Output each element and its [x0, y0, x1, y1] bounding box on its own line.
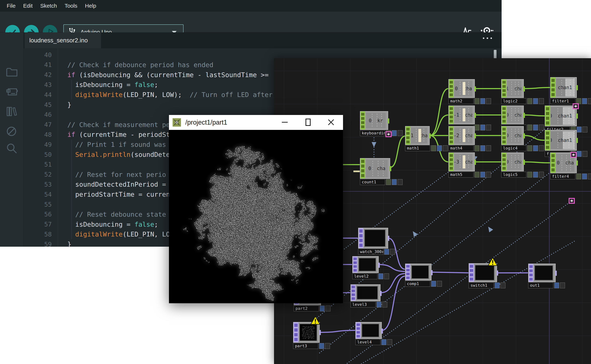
node-flag[interactable] [533, 98, 538, 104]
node-input-connectors[interactable] [551, 78, 556, 98]
warning-icon[interactable] [310, 316, 320, 326]
node-flag[interactable] [392, 179, 397, 185]
node-flag[interactable] [582, 98, 587, 104]
viewer-titlebar[interactable]: /project1/part1 [169, 115, 343, 130]
node-input-connectors[interactable] [502, 126, 506, 145]
node-part3[interactable]: part3 [293, 322, 320, 343]
node-input-connectors[interactable] [353, 256, 358, 273]
node-input-connectors[interactable] [502, 106, 506, 124]
node-label[interactable]: part2 [294, 306, 319, 312]
node-output-connector[interactable] [474, 160, 476, 165]
viewer-pin[interactable] [571, 152, 577, 158]
node-flag[interactable] [486, 125, 491, 130]
minimize-button[interactable] [278, 116, 291, 128]
node-flag[interactable] [527, 125, 532, 130]
node-flag[interactable] [533, 172, 538, 177]
node-output-connector[interactable] [431, 270, 433, 275]
node-output-connector[interactable] [319, 330, 321, 335]
sketchbook-folder-icon[interactable] [6, 67, 18, 77]
node-flag[interactable] [588, 174, 591, 179]
node-flag[interactable] [560, 282, 565, 288]
node-flag[interactable] [474, 125, 479, 130]
node-flag[interactable] [588, 98, 591, 104]
node-input-connectors[interactable] [360, 111, 365, 130]
node-label[interactable]: math1 [405, 145, 430, 151]
node-level3[interactable]: level3 [351, 284, 380, 301]
node-keyboardin1[interactable]: 0 krkeyboardin1 [360, 111, 388, 130]
node-level2[interactable]: level2 [352, 256, 379, 273]
node-input-connectors[interactable] [356, 322, 361, 338]
node-output-connector[interactable] [523, 113, 525, 118]
node-out1[interactable]: out1 [528, 264, 556, 282]
node-flag[interactable] [495, 282, 500, 288]
node-input-connectors[interactable] [449, 153, 454, 171]
menu-edit[interactable]: Edit [19, 0, 36, 12]
node-label[interactable]: part3 [293, 343, 318, 349]
node-flag[interactable] [577, 151, 582, 157]
node-input-connectors[interactable] [545, 106, 550, 126]
node-logic3[interactable]: 0 chalogic3 [501, 105, 524, 124]
node-label[interactable]: math4 [448, 145, 474, 151]
node-flag[interactable] [539, 98, 544, 104]
node-flag[interactable] [325, 343, 330, 349]
node-output-connector[interactable] [523, 133, 525, 138]
node-filter3[interactable]: 0 chan1filter3 [545, 130, 577, 151]
node-output-connector[interactable] [474, 133, 476, 138]
node-flag[interactable] [378, 273, 383, 279]
node-input-connectors[interactable] [449, 126, 454, 145]
node-output-connector[interactable] [390, 166, 391, 171]
node-filter1[interactable]: 1 chan1filter1➜ [550, 77, 577, 98]
node-flag[interactable] [480, 125, 485, 130]
node-filter2[interactable]: 0 chan1filter2 [545, 105, 577, 126]
node-label[interactable]: keyboardin1 [360, 130, 385, 136]
node-flag[interactable] [320, 306, 325, 312]
node-input-connectors[interactable] [293, 322, 299, 342]
node-flag[interactable] [486, 172, 491, 177]
node-output-connector[interactable] [381, 329, 383, 334]
node-math5[interactable]: -3 chamath5 [448, 152, 475, 171]
node-math1[interactable]: 1 chamath1 [405, 126, 430, 145]
debug-sidebar-icon[interactable] [6, 126, 17, 137]
node-label[interactable]: logic4 [501, 145, 526, 151]
node-flag[interactable] [582, 127, 587, 132]
node-input-connectors[interactable] [469, 264, 474, 282]
node-label[interactable]: logic2 [501, 98, 526, 104]
node-label[interactable]: filter4 [550, 174, 575, 179]
node-comp1[interactable]: comp1 [405, 264, 432, 280]
node-input-connectors[interactable] [449, 79, 454, 98]
node-flag[interactable] [480, 172, 485, 177]
node-flag[interactable] [437, 145, 442, 151]
node-flag[interactable] [437, 281, 442, 287]
node-flag[interactable] [384, 273, 389, 279]
node-label[interactable]: level2 [352, 273, 378, 279]
node-input-connectors[interactable] [351, 285, 356, 301]
viewer-pin[interactable] [573, 103, 579, 109]
tab-options-icon[interactable] [483, 38, 492, 39]
node-flag[interactable] [539, 172, 544, 177]
node-flag[interactable] [386, 179, 391, 185]
node-flag[interactable] [582, 151, 587, 157]
node-input-connectors[interactable] [551, 153, 556, 173]
node-flag[interactable] [431, 145, 436, 151]
node-label[interactable]: watch_300x300l [358, 249, 383, 255]
node-flag[interactable] [539, 145, 544, 151]
node-flag[interactable] [443, 145, 448, 151]
node-flag[interactable] [527, 145, 532, 151]
node-output-connector[interactable] [474, 86, 476, 91]
node-label[interactable]: math2 [448, 98, 474, 104]
close-button[interactable] [325, 116, 338, 128]
node-flag[interactable] [474, 172, 479, 177]
node-flag[interactable] [390, 249, 395, 255]
node-output-connector[interactable] [474, 113, 476, 118]
node-flag[interactable] [384, 249, 389, 255]
viewer-pin[interactable] [385, 131, 392, 137]
node-output-connector[interactable] [388, 236, 389, 241]
node-math2[interactable]: 0 chamath2 [448, 79, 475, 98]
node-output-connector[interactable] [378, 263, 380, 268]
node-input-connectors[interactable] [545, 130, 550, 150]
node-label[interactable]: comp1 [405, 281, 430, 287]
node-output-connector[interactable] [497, 271, 498, 276]
node-input-connectors[interactable] [359, 228, 363, 248]
node-flag[interactable] [431, 281, 436, 287]
node-output-connector[interactable] [523, 86, 525, 91]
